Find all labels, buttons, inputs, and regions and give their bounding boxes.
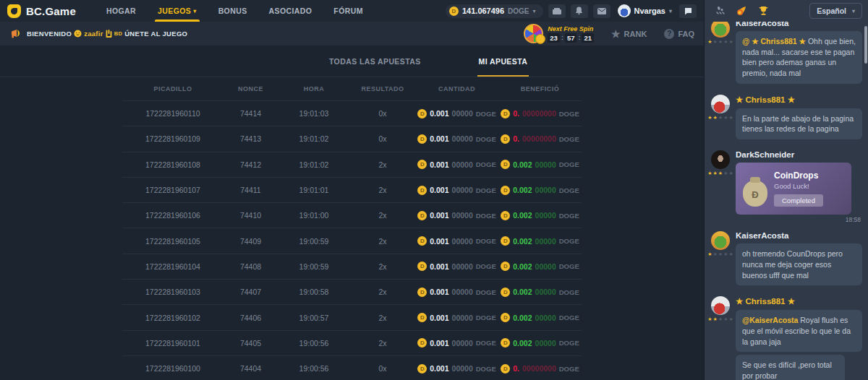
- nav-item-bonus[interactable]: BONUS: [218, 0, 247, 22]
- tab-todas-las-apuestas[interactable]: TODAS LAS APUESTAS: [329, 46, 421, 77]
- nav-item-juegos[interactable]: JUEGOS▾: [158, 0, 197, 22]
- balance-selector[interactable]: D 141.067496 DOGE ▾: [446, 4, 543, 18]
- mention-link[interactable]: @ ★ Chriss881 ★: [742, 37, 806, 46]
- messages-button[interactable]: [593, 4, 610, 18]
- rating-star-icon: ★: [718, 251, 723, 256]
- table-body: 17222819601107441419:01:030xD0.00100000D…: [122, 100, 582, 380]
- mention-link[interactable]: @KaiserAcosta: [742, 316, 798, 324]
- amount-currency: DOGE: [476, 212, 496, 220]
- nav-item-asociado[interactable]: ASOCIADO: [269, 0, 312, 22]
- chat-username[interactable]: KaiserAcosta: [736, 22, 862, 27]
- rating-star-icon: ★: [713, 39, 718, 44]
- trophy-button[interactable]: [754, 3, 773, 19]
- avatar[interactable]: [711, 296, 730, 315]
- spin-label: Next Free Spin: [548, 25, 594, 33]
- doge-coin-icon: D: [417, 364, 427, 373]
- chat-messages: ★★★★★KaiserAcosta@ ★ Chriss881 ★ Ohh que…: [705, 22, 868, 380]
- faq-link[interactable]: ? FAQ: [664, 29, 694, 39]
- language-button[interactable]: Español ▾: [809, 3, 862, 19]
- avatar[interactable]: [711, 231, 730, 250]
- cell-hora: 19:00:56: [278, 364, 350, 373]
- doge-coin-icon: D: [501, 186, 510, 195]
- megaphone-icon: [9, 29, 20, 39]
- user-menu[interactable]: Nvargas ▾: [618, 4, 672, 17]
- amount-main: 0.: [513, 134, 519, 143]
- free-spin-widget[interactable]: Next Free Spin 23:57:21: [524, 24, 594, 43]
- brand-logo[interactable]: BC.Game: [7, 4, 76, 18]
- cell-hora: 19:01:02: [278, 160, 350, 169]
- nav-item-hogar[interactable]: HOGAR: [106, 0, 136, 22]
- cell-resultado: 2x: [350, 211, 415, 220]
- table-row[interactable]: 17222819601097441319:01:020xD0.00100000D…: [122, 126, 582, 151]
- amount-currency: DOGE: [559, 262, 579, 270]
- chat-username[interactable]: ★ Chriss881 ★: [736, 296, 862, 306]
- cell-picadillo: 1722281960107: [122, 186, 224, 194]
- chat-bubble: @KaiserAcosta Royal flush es que el móvi…: [736, 310, 862, 352]
- coindrops-card[interactable]: CoinDropsGood Luck!Completed: [736, 163, 851, 215]
- rating-star-icon: ★: [713, 170, 718, 176]
- amount-trailing: 00000: [535, 186, 556, 194]
- chat-toggle-button[interactable]: [679, 4, 697, 18]
- amount-currency: DOGE: [559, 160, 579, 168]
- chat-bubble-row: Se que es difícil ,pero total por probar…: [736, 355, 862, 380]
- table-row[interactable]: 17222819601107441419:01:030xD0.00100000D…: [122, 100, 582, 126]
- avatar[interactable]: [711, 95, 730, 113]
- chat-message-body: ★ Chriss881 ★@KaiserAcosta Royal flush e…: [736, 296, 862, 380]
- rating-star-icon: ★: [728, 170, 733, 176]
- chat-scrollbar[interactable]: [864, 26, 867, 64]
- rank-link[interactable]: ★ RANK: [611, 29, 647, 39]
- coindrops-completed-button[interactable]: Completed: [774, 194, 823, 207]
- amount-currency: DOGE: [559, 212, 579, 220]
- cell-resultado: 2x: [350, 314, 415, 322]
- tab-mi-apuesta[interactable]: MI APUESTA: [479, 46, 528, 77]
- announcement-bar[interactable]: BIENVENIDO zaafir BD ÚNETE AL JUEGO Next…: [0, 22, 704, 46]
- amount-trailing: 00000: [452, 109, 473, 118]
- table-row[interactable]: 17222819601037440719:00:582xD0.00100000D…: [122, 279, 582, 304]
- table-row[interactable]: 17222819601007440419:00:560xD0.00100000D…: [122, 355, 582, 380]
- cell-picadillo: 1722281960103: [122, 288, 224, 296]
- spin-timer: 23:57:21: [548, 33, 594, 43]
- table-row[interactable]: 17222819601067441019:01:002xD0.00100000D…: [122, 202, 582, 228]
- announcement-suffix: ÚNETE AL JUEGO: [124, 30, 187, 38]
- cell-cantidad: D0.00100000DOGE: [415, 211, 498, 220]
- chat-username[interactable]: DarkSchneider: [736, 150, 862, 159]
- rating-star-icon: ★: [713, 251, 718, 256]
- wallet-button[interactable]: [548, 4, 566, 18]
- amount-currency: DOGE: [559, 135, 579, 143]
- chat-bubble: @ ★ Chriss881 ★ Ohh que bien, nada mal..…: [736, 31, 862, 84]
- announcement-username: zaafir: [84, 30, 103, 38]
- doge-coin-icon: D: [501, 236, 510, 246]
- cell-beneficio: D0.00200000DOGE: [498, 262, 582, 271]
- message-timestamp: 18:58: [736, 216, 861, 223]
- cell-resultado: 0x: [350, 134, 415, 143]
- chat-bubble: oh tremendo CounDrops pero nunca me deja…: [736, 243, 862, 285]
- amount-currency: DOGE: [476, 110, 496, 118]
- table-row[interactable]: 17222819601087441219:01:022xD0.00100000D…: [122, 152, 582, 177]
- avatar[interactable]: [711, 22, 730, 38]
- coin-rain-button[interactable]: [710, 3, 729, 19]
- column-header: HORA: [278, 85, 350, 92]
- doge-coin-icon: D: [417, 109, 427, 118]
- rating-star-icon: ★: [728, 251, 733, 256]
- nav-item-fórum[interactable]: FÓRUM: [333, 0, 363, 22]
- promo-cluster: Next Free Spin 23:57:21 ★ RANK ? FAQ: [524, 24, 694, 43]
- table-row[interactable]: 17222819601077441119:01:012xD0.00100000D…: [122, 177, 582, 202]
- bets-tabs: TODAS LAS APUESTASMI APUESTA: [0, 46, 704, 77]
- cell-nonce: 74410: [224, 211, 278, 220]
- chat-username[interactable]: ★ Chriss881 ★: [736, 95, 862, 105]
- table-row[interactable]: 17222819601047440819:00:592xD0.00100000D…: [122, 254, 582, 279]
- table-row[interactable]: 17222819601017440519:00:562xD0.00100000D…: [122, 330, 582, 355]
- spin-wheel-icon: [524, 24, 543, 43]
- doge-coin-icon: D: [417, 288, 427, 297]
- fireball-button[interactable]: [732, 3, 751, 19]
- cell-nonce: 74412: [224, 160, 278, 169]
- coindrops-card-body: CoinDropsGood Luck!Completed: [774, 170, 823, 207]
- notifications-button[interactable]: [571, 4, 588, 18]
- chat-username[interactable]: KaiserAcosta: [736, 231, 862, 240]
- table-row[interactable]: 17222819601057440919:00:592xD0.00100000D…: [122, 228, 582, 253]
- cell-nonce: 74406: [224, 314, 278, 322]
- avatar[interactable]: [711, 150, 730, 169]
- doge-coin-icon: D: [417, 338, 427, 347]
- table-row[interactable]: 17222819601027440619:00:572xD0.00100000D…: [122, 304, 582, 329]
- rating-star-icon: ★: [718, 115, 723, 120]
